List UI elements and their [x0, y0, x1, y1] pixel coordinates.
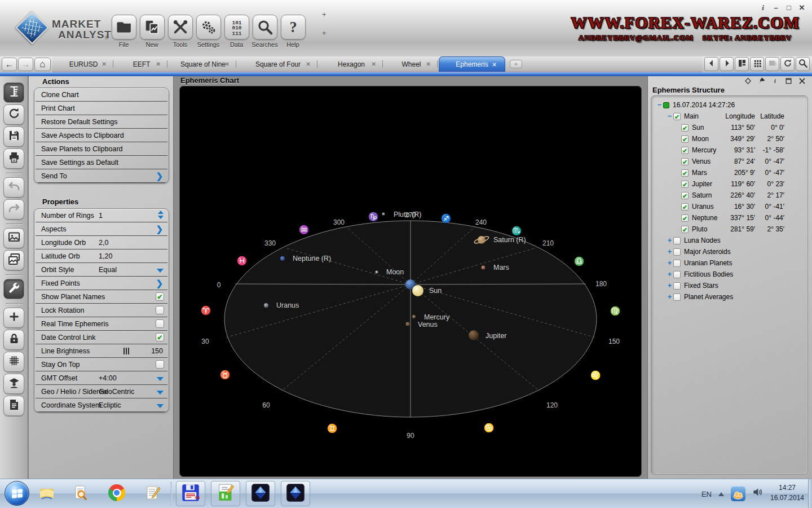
checkbox[interactable] [673, 260, 681, 267]
prev-button[interactable] [704, 57, 718, 71]
dropdown-chevron-icon[interactable] [157, 269, 164, 273]
expand-icon[interactable]: + [666, 235, 673, 246]
property-date-control-link[interactable]: Date Control Link✔ [36, 331, 167, 344]
tab-hexagon[interactable]: Hexagon ✕ [319, 56, 384, 72]
pin-panel-icon[interactable] [757, 77, 766, 87]
back-button[interactable]: ← [2, 58, 17, 71]
checkbox[interactable]: ✔ [156, 292, 164, 301]
checkbox[interactable] [156, 360, 164, 369]
property-fixed-points[interactable]: Fixed Points❯ [36, 277, 167, 290]
checkbox[interactable]: ✔ [681, 169, 689, 177]
property-real-time-ephemeris[interactable]: Real Time Ephemeris [36, 317, 167, 331]
wrench-button[interactable] [3, 279, 24, 299]
tree-group-planet-averages[interactable]: + Planet Averages [651, 291, 807, 303]
volume-icon[interactable] [752, 486, 766, 502]
file-toolbar-button[interactable]: File [111, 15, 136, 52]
language-indicator[interactable]: EN [701, 490, 712, 498]
action-save-settings-as-default[interactable]: Save Settings as Default [36, 156, 167, 169]
search-doc-taskbar-icon[interactable] [72, 484, 90, 502]
expand-icon[interactable]: + [666, 246, 673, 257]
tab-close-icon[interactable]: ✕ [102, 61, 107, 67]
close-panel-icon[interactable] [798, 77, 806, 87]
tree-main-node[interactable]: − ✔ Main Longitude Latitude [651, 111, 807, 122]
tree-planet-sun[interactable]: ✔ Sun 113° 50′ 0° 0′ [651, 122, 807, 133]
expand-icon[interactable]: + [666, 280, 673, 291]
property-show-planet-names[interactable]: Show Planet Names✔ [36, 290, 167, 304]
lock-button[interactable] [3, 330, 24, 350]
maximize-window-button[interactable]: □ [784, 3, 793, 12]
dropdown-chevron-icon[interactable] [157, 391, 164, 395]
refresh-chart-button[interactable] [3, 104, 24, 125]
tree-group-uranian-planets[interactable]: + Uranian Planets [651, 257, 807, 269]
tree-planet-neptune[interactable]: ✔ Neptune 337° 15′ 0° -44′ [651, 212, 807, 224]
tab-close-icon[interactable]: ✕ [372, 61, 376, 67]
property-latitude-orb[interactable]: Latitude Orb1,20 [36, 249, 167, 263]
blue-diamond-app-button[interactable] [246, 481, 275, 506]
property-number-of-rings[interactable]: Number of Rings1 [36, 209, 167, 222]
collapse-icon[interactable]: − [666, 111, 673, 122]
add-tab-button[interactable]: + [510, 60, 522, 68]
tree-planet-saturn[interactable]: ✔ Saturn 226° 40′ 2° 17′ [651, 190, 807, 201]
info-panel-icon[interactable]: i [771, 77, 779, 87]
checkbox[interactable]: ✔ [681, 124, 689, 132]
checkbox[interactable] [673, 237, 681, 244]
tray-expand-icon[interactable] [718, 492, 724, 496]
dropdown-chevron-icon[interactable] [157, 377, 164, 381]
tree-group-fictitious-bodies[interactable]: + Fictitious Bodies [651, 269, 807, 280]
action-save-aspects-to-clipboard[interactable]: Save Aspects to Clipboard [36, 129, 167, 142]
redo-button[interactable] [3, 199, 24, 220]
checkbox[interactable] [673, 282, 681, 290]
data-toolbar-button[interactable]: 101010111Data [224, 15, 249, 52]
tree-planet-jupiter[interactable]: ✔ Jupiter 119° 60′ 0° 23′ [651, 178, 807, 190]
tab-close-icon[interactable]: ✕ [306, 61, 311, 67]
maximize-panel-icon[interactable] [784, 77, 793, 87]
action-print-chart[interactable]: Print Chart [36, 102, 167, 115]
property-gmt-offset[interactable]: GMT Offset+4:00 [36, 371, 167, 385]
tab-wheel[interactable]: Wheel ✕ [384, 56, 439, 72]
property-geo-helio-sidereal[interactable]: Geo / Helio / SiderealGeoCentric [36, 385, 167, 398]
tab-eurusd[interactable]: EURUSD ✕ [52, 56, 114, 72]
tree-group-fixed-stars[interactable]: + Fixed Stars [651, 280, 807, 291]
action-save-planets-to-clipboard[interactable]: Save Planets to Clipboard [36, 142, 167, 156]
tree-root-node[interactable]: − 16.07.2014 14:27:26 [651, 99, 807, 111]
checkbox[interactable] [673, 271, 681, 278]
settings-toolbar-button[interactable]: Settings [196, 15, 221, 52]
undo-button[interactable] [3, 177, 24, 198]
cloud-tray-icon[interactable] [731, 487, 745, 501]
checkbox[interactable] [673, 294, 681, 301]
action-restore-default-settings[interactable]: Restore Default Settings [36, 115, 167, 129]
checkbox[interactable]: ✔ [681, 158, 689, 165]
tab-eeft[interactable]: EEFT ✕ [114, 56, 169, 72]
image-export-button[interactable] [3, 228, 24, 248]
refresh-button[interactable] [780, 57, 795, 71]
chart-structure-button[interactable] [3, 82, 24, 103]
taskbar-clock[interactable]: 14:27 16.07.2014 [767, 483, 807, 503]
tools-toolbar-button[interactable]: Tools [167, 15, 193, 52]
searches-toolbar-button[interactable]: Searches [252, 15, 277, 52]
property-coordinate-system[interactable]: Coordinate SystemEcliptic [36, 398, 167, 412]
expand-icon[interactable]: + [666, 269, 673, 280]
tab-close-icon[interactable]: ✕ [156, 61, 161, 67]
grid-dots-button[interactable] [750, 57, 764, 71]
images-export-button[interactable] [3, 250, 24, 270]
tab-square-of-nine[interactable]: Square of Nine ✕ [169, 56, 237, 72]
checkbox[interactable]: ✔ [681, 192, 689, 199]
explorer-taskbar-icon[interactable] [38, 484, 56, 502]
property-orbit-style[interactable]: Orbit StyleEqual [36, 263, 167, 277]
spinner-control[interactable] [158, 211, 164, 219]
tab-close-icon[interactable]: ✕ [492, 62, 497, 68]
tree-planet-moon[interactable]: ✔ Moon 349° 29′ 2° 50′ [651, 133, 807, 144]
tab-square-of-four[interactable]: Square of Four ✕ [237, 56, 319, 72]
floppy-app-button[interactable]: 64 [176, 481, 205, 506]
checkbox[interactable]: ✔ [681, 203, 689, 211]
property-aspects[interactable]: Aspects❯ [36, 222, 167, 236]
dropdown-chevron-icon[interactable] [157, 404, 164, 408]
property-longitude-orb[interactable]: Longitude Orb2,0 [36, 236, 167, 249]
tree-planet-mars[interactable]: ✔ Mars 205° 9′ 0° -47′ [651, 167, 807, 178]
show-desktop-button[interactable] [808, 479, 812, 508]
notes-button[interactable] [3, 396, 24, 416]
blue-diamond-app-button[interactable] [281, 481, 310, 506]
notepad-taskbar-icon[interactable] [144, 484, 162, 502]
start-button[interactable] [5, 481, 29, 506]
new-toolbar-button[interactable]: New [139, 15, 165, 52]
